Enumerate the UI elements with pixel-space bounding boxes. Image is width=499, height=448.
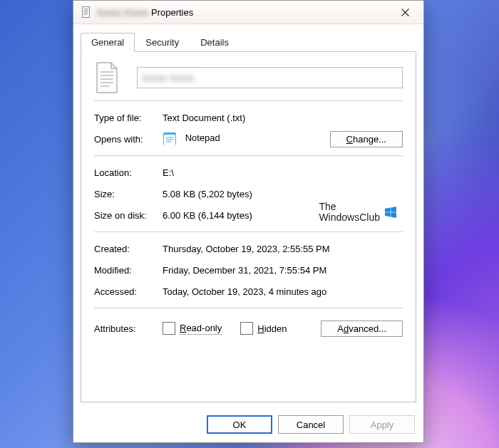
location-label: Location: (94, 167, 163, 178)
document-icon (81, 6, 92, 18)
filename-input[interactable]: Xxxxx Xxxxx (137, 67, 403, 88)
apply-button: Apply (349, 415, 415, 434)
divider (94, 155, 403, 156)
dialog-button-bar: OK Cancel Apply (73, 410, 423, 442)
size-label: Size: (94, 189, 163, 199)
tab-strip: General Security Details (73, 24, 423, 52)
accessed-label: Accessed: (94, 286, 163, 297)
tab-details[interactable]: Details (190, 33, 240, 52)
checkbox-icon (163, 322, 175, 335)
divider (94, 308, 403, 308)
hidden-checkbox[interactable]: Hidden (240, 322, 287, 335)
type-of-file-value: Text Document (.txt) (163, 113, 403, 123)
modified-label: Modified: (94, 265, 163, 276)
attributes-label: Attributes: (94, 323, 163, 334)
filename-obscured: Xxxxx Xxxxx (142, 73, 194, 83)
modified-value: Friday, December 31, 2021, 7:55:54 PM (163, 265, 403, 276)
close-button[interactable] (391, 1, 419, 24)
size-on-disk-label: Size on disk: (94, 210, 163, 221)
accessed-value: Today, October 19, 2023, 4 minutes ago (163, 286, 403, 297)
titlebar: Xxxxx Xxxxx Properties (73, 1, 423, 24)
read-only-label: Read-only (180, 323, 222, 335)
file-type-icon (94, 62, 120, 93)
tab-general[interactable]: General (81, 33, 135, 52)
type-of-file-label: Type of file: (94, 113, 163, 123)
created-label: Created: (94, 244, 163, 254)
divider (94, 100, 403, 101)
tab-security[interactable]: Security (135, 33, 190, 52)
tab-page-general: Xxxxx Xxxxx Type of file: Text Document … (81, 51, 416, 402)
properties-dialog: Xxxxx Xxxxx Properties General Security … (73, 0, 424, 443)
divider (94, 231, 403, 232)
title-suffix: Properties (151, 7, 193, 18)
ok-button[interactable]: OK (207, 415, 272, 434)
location-value: E:\ (163, 167, 403, 178)
opens-with-label: Opens with: (94, 134, 163, 145)
title-filename-obscured: Xxxxx Xxxxx (96, 7, 148, 18)
watermark: The WindowsClub (319, 202, 397, 224)
read-only-checkbox[interactable]: Read-only (163, 322, 222, 335)
notepad-icon (163, 132, 177, 146)
windows-flag-icon (384, 206, 397, 219)
opens-with-value: Notepad (163, 132, 330, 146)
created-value: Thursday, October 19, 2023, 2:55:55 PM (163, 244, 403, 254)
title-text: Xxxxx Xxxxx Properties (96, 7, 193, 18)
watermark-text: The WindowsClub (319, 202, 380, 224)
hidden-label: Hidden (257, 323, 287, 334)
advanced-button[interactable]: Advanced... (321, 321, 403, 337)
size-value: 5.08 KB (5,202 bytes) (163, 189, 403, 199)
change-button[interactable]: Change... (330, 131, 403, 147)
opens-with-app-name: Notepad (185, 132, 220, 143)
checkbox-icon (240, 322, 253, 335)
cancel-button[interactable]: Cancel (278, 415, 344, 434)
svg-marker-9 (111, 63, 117, 68)
